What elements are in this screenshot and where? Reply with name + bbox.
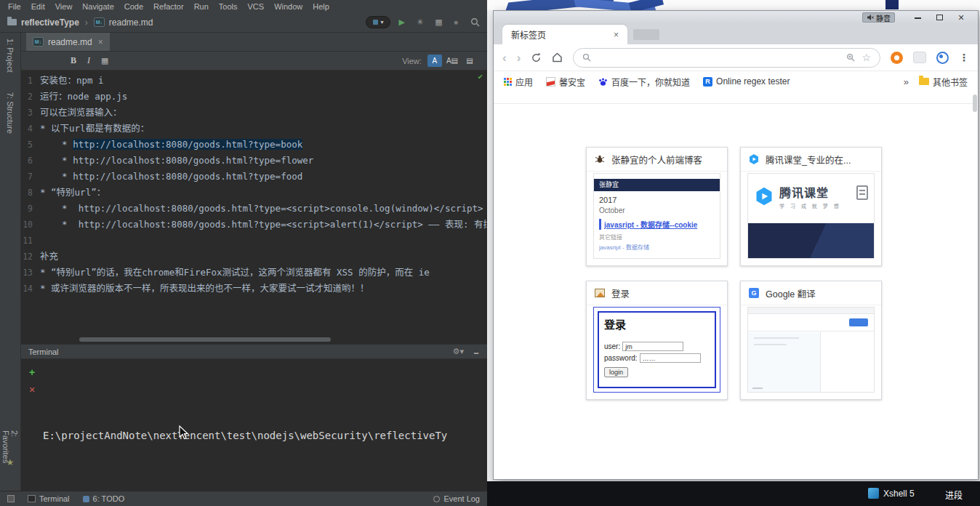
close-button[interactable] (950, 12, 972, 23)
new-tab-button[interactable] (633, 29, 659, 40)
card-tencent[interactable]: 腾讯课堂_专业的在... 腾讯课堂 学 习 成 就 梦 想 (740, 147, 882, 266)
zoom-icon[interactable] (846, 53, 855, 62)
settings-sun-icon[interactable] (417, 17, 423, 27)
toolwindow-toggle-icon[interactable] (7, 495, 15, 502)
italic-button[interactable]: I (87, 55, 90, 66)
editor-line[interactable]: 10 * http://localhost:8080/goods.html?ty… (21, 217, 487, 233)
favorites-star-icon[interactable] (7, 457, 15, 467)
editor[interactable]: 1 安装包：npm i 2 运行：node app.js 3 可以在 (21, 71, 487, 335)
line-text: * http://localhost:8080/goods.html?type=… (40, 201, 487, 217)
other-bookmarks-button[interactable]: 其他书签 (919, 76, 968, 88)
editor-line[interactable]: 4 * 以下url都是有数据的： (21, 121, 487, 137)
tool-button-structure[interactable]: 7: Structure (6, 92, 15, 134)
statusbar-terminal-button[interactable]: Terminal (28, 494, 70, 503)
browser-tab[interactable]: 新标签页 (502, 25, 627, 44)
profile-icon[interactable] (936, 52, 949, 64)
menu-item[interactable]: Code (119, 2, 148, 11)
refresh-icon[interactable] (531, 52, 542, 63)
forward-icon[interactable] (517, 52, 521, 64)
editor-line[interactable]: 3 可以在浏览器输入： (21, 105, 487, 121)
run-button[interactable] (398, 17, 404, 27)
card-blog[interactable]: 张静宜的个人前端博客 张静宜 2017 October javasript - … (586, 147, 728, 266)
menu-item[interactable]: VCS (243, 2, 270, 11)
editor-line[interactable]: 13 * “特别url”的话，我在chrome和FireFox测试过，这两个浏览… (21, 265, 487, 281)
menu-item[interactable]: Help (308, 2, 334, 11)
terminal-output[interactable]: E:\projectAndNote\nextTencent\test\nodej… (43, 359, 447, 491)
menu-item[interactable]: Edit (26, 2, 50, 11)
card-login[interactable]: 登录 登录 user: jm password: (586, 281, 728, 400)
new-tab-page: 张静宜的个人前端博客 张静宜 2017 October javasript - … (494, 92, 978, 479)
editor-line[interactable]: 5 * http://localhost:8080/goods.html?typ… (21, 137, 487, 153)
password-input[interactable]: …… (640, 353, 701, 363)
stop-icon[interactable] (454, 19, 458, 26)
editor-line[interactable]: 14 * 或许浏览器的版本不一样，所表现出来的也不一样，大家要试一试才知道哟！！ (21, 281, 487, 297)
terminal-settings-icon[interactable] (453, 347, 464, 356)
mute-button[interactable]: 静音 (862, 12, 895, 23)
user-input[interactable]: jm (622, 342, 683, 351)
view-editor-button[interactable]: A (427, 55, 442, 67)
editor-line[interactable]: 7 * http://localhost:8080/goods.html?typ… (21, 169, 487, 185)
menu-dots-icon[interactable] (959, 52, 969, 63)
table-icon[interactable] (101, 56, 108, 65)
editor-line[interactable]: 2 运行：node app.js (21, 89, 487, 105)
home-icon[interactable] (552, 52, 563, 63)
menu-item[interactable]: Window (269, 2, 308, 11)
editor-lines: 1 安装包：npm i 2 运行：node app.js 3 可以在 (21, 73, 487, 297)
card-title: Google 翻译 (766, 286, 816, 300)
grid-icon[interactable] (435, 17, 442, 27)
scrollbar-thumb[interactable] (79, 337, 331, 342)
editor-line[interactable]: 1 安装包：npm i (21, 73, 487, 89)
terminal-add-icon[interactable] (29, 366, 35, 378)
bookmark-star-icon[interactable] (861, 52, 871, 63)
statusbar-todo-button[interactable]: 6: TODO (83, 494, 125, 503)
inspection-status-icon[interactable] (478, 72, 483, 81)
card-header: G Google 翻译 (741, 281, 881, 305)
taskbar-tray-label[interactable]: 进段 (945, 489, 963, 501)
bookmark-item[interactable]: 馨安宝 (546, 76, 585, 88)
editor-line[interactable]: 12 补充 (21, 249, 487, 265)
extension-icon[interactable] (913, 52, 926, 63)
bold-button[interactable]: B (71, 55, 76, 66)
search-everywhere-icon[interactable] (470, 17, 480, 27)
address-bar[interactable] (573, 48, 880, 68)
terminal-minimize-icon[interactable] (473, 348, 480, 356)
minimize-button[interactable] (907, 12, 928, 23)
maximize-button[interactable] (928, 12, 950, 23)
breadcrumb-project[interactable]: reflectiveType (21, 17, 79, 28)
menu-item[interactable]: Run (189, 2, 214, 11)
terminal-close-icon[interactable] (28, 385, 35, 395)
menu-item[interactable]: Navigate (77, 2, 119, 11)
run-configurations-dropdown[interactable] (366, 16, 390, 28)
menu-item[interactable]: Tools (214, 2, 243, 11)
back-icon[interactable] (502, 52, 507, 64)
todo-icon (83, 496, 89, 502)
menu-item[interactable]: File (3, 2, 26, 11)
horizontal-scrollbar[interactable] (21, 335, 487, 344)
card-translate[interactable]: G Google 翻译 (740, 281, 882, 400)
terminal[interactable]: E:\projectAndNote\nextTencent\test\nodej… (21, 359, 487, 491)
editor-line[interactable]: 9 * http://localhost:8080/goods.html?typ… (21, 201, 487, 217)
bookmark-apps[interactable]: 应用 (504, 76, 533, 88)
bookmarks-overflow-icon[interactable]: » (904, 76, 909, 87)
bookmark-regex[interactable]: R Online regex tester (703, 76, 790, 87)
tool-button-favorites[interactable]: 2: Favorites (4, 441, 16, 453)
card-thumbnail (747, 307, 875, 393)
tool-button-project[interactable]: 1: Project (6, 39, 15, 72)
browser-logo-icon[interactable] (891, 52, 903, 64)
bookmark-baidu[interactable]: 百度一下，你就知道 (598, 76, 690, 88)
vertical-scrollbar[interactable] (973, 95, 977, 112)
tab-close-icon[interactable] (614, 30, 619, 40)
login-button[interactable]: login (604, 367, 628, 377)
menu-item[interactable]: View (50, 2, 78, 11)
taskbar-xshell-button[interactable]: Xshell 5 (868, 488, 915, 499)
tab-readme[interactable]: M↓ readme.md (26, 33, 110, 51)
editor-line[interactable]: 8 * “特别url”： (21, 185, 487, 201)
menu-item[interactable]: Refactor (148, 2, 189, 11)
view-preview-button[interactable]: ▤ (462, 55, 477, 67)
event-log-button[interactable]: Event Log (433, 494, 480, 503)
view-split-button[interactable]: A▤ (445, 55, 459, 67)
breadcrumb-file[interactable]: readme.md (109, 17, 153, 28)
editor-line[interactable]: 11 (21, 233, 487, 249)
editor-line[interactable]: 6 * http://localhost:8080/goods.html?typ… (21, 153, 487, 169)
close-icon[interactable] (98, 37, 103, 47)
